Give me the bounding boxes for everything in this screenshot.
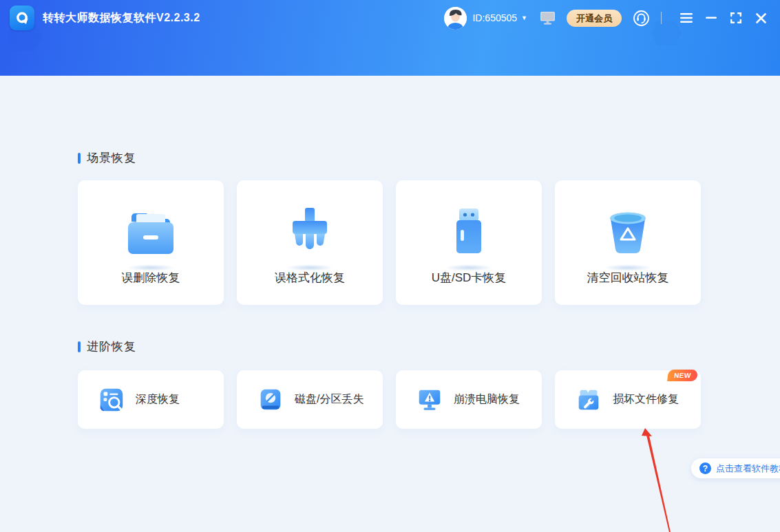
folder-icon: [78, 198, 224, 267]
section-advanced-recovery: 进阶恢复: [78, 339, 136, 354]
card-recycle-bin-recovery[interactable]: 清空回收站恢复: [555, 180, 701, 305]
card-label: 深度恢复: [136, 392, 180, 407]
advanced-recovery-cards: 深度恢复 磁盘/分区丢失: [78, 370, 701, 429]
usb-drive-icon: [396, 198, 542, 267]
new-badge: NEW: [667, 370, 698, 381]
recycle-bin-icon: [555, 198, 701, 267]
card-label: U盘/SD卡恢复: [396, 270, 542, 286]
card-label: 磁盘/分区丢失: [295, 392, 363, 407]
card-label: 误删除恢复: [78, 270, 224, 286]
section-title-text: 进阶恢复: [87, 339, 136, 354]
card-disk-partition-loss[interactable]: 磁盘/分区丢失: [237, 370, 383, 429]
card-usb-sd-recovery[interactable]: U盘/SD卡恢复: [396, 180, 542, 305]
menu-icon[interactable]: [677, 8, 696, 28]
app-title: 转转大师数据恢复软件V2.2.3.2: [43, 11, 200, 25]
user-avatar[interactable]: [444, 7, 467, 30]
tutorial-tip-button[interactable]: ? 点击查看软件教程: [691, 458, 780, 478]
minimize-button[interactable]: [702, 8, 721, 28]
close-button[interactable]: [751, 8, 770, 28]
app-window: 转转大师数据恢复软件V2.2.3.2 ID:650505 ▼: [0, 0, 780, 532]
card-label: 误格式化恢复: [237, 270, 383, 286]
open-membership-button[interactable]: 开通会员: [567, 10, 622, 27]
card-deep-recovery[interactable]: 深度恢复: [78, 370, 224, 429]
app-logo-icon: [10, 6, 34, 30]
red-arrow-annotation: [639, 424, 687, 532]
main-content: 场景恢复 误删除恢复: [0, 76, 780, 532]
question-icon: ?: [699, 462, 711, 474]
titlebar: 转转大师数据恢复软件V2.2.3.2 ID:650505 ▼: [0, 0, 780, 36]
file-repair-icon: [574, 385, 603, 414]
format-brush-icon: [237, 198, 383, 267]
user-id: ID:650505: [472, 12, 517, 23]
crashed-pc-icon: [415, 385, 444, 414]
card-crashed-pc-recovery[interactable]: 崩溃电脑恢复: [396, 370, 542, 429]
tutorial-tip-label: 点击查看软件教程: [716, 462, 780, 475]
card-format-recovery[interactable]: 误格式化恢复: [237, 180, 383, 305]
titlebar-divider: [661, 12, 662, 24]
deep-scan-icon: [97, 385, 126, 414]
scene-recovery-cards: 误删除恢复 误格式化恢复: [78, 180, 701, 305]
section-accent-bar: [78, 153, 81, 164]
header-bar: 转转大师数据恢复软件V2.2.3.2 ID:650505 ▼: [0, 0, 780, 76]
section-scene-recovery: 场景恢复: [78, 150, 136, 166]
card-label: 清空回收站恢复: [555, 270, 701, 286]
card-damaged-file-repair[interactable]: NEW 损坏文件修复: [555, 370, 701, 429]
card-label: 损坏文件修复: [613, 392, 679, 407]
section-accent-bar: [78, 341, 81, 352]
card-label: 崩溃电脑恢复: [454, 392, 520, 407]
card-undelete-recovery[interactable]: 误删除恢复: [78, 180, 224, 305]
disk-partition-icon: [256, 385, 285, 414]
customer-service-icon[interactable]: [633, 10, 650, 27]
section-title-text: 场景恢复: [87, 150, 136, 166]
device-monitor-icon[interactable]: [540, 11, 556, 25]
maximize-button[interactable]: [726, 8, 746, 28]
chevron-down-icon[interactable]: ▼: [521, 14, 527, 21]
